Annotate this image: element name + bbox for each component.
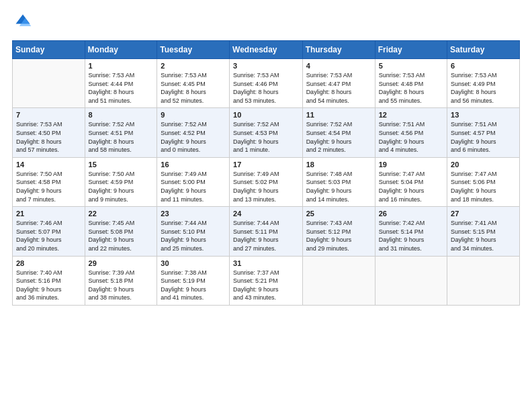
calendar-day-cell: 2Sunrise: 7:53 AMSunset: 4:45 PMDaylight… (157, 59, 230, 108)
day-info: Sunrise: 7:53 AMSunset: 4:46 PMDaylight:… (233, 71, 299, 105)
calendar-day-cell: 12Sunrise: 7:51 AMSunset: 4:56 PMDayligh… (375, 108, 447, 157)
day-number: 28 (16, 259, 81, 267)
day-number: 26 (379, 210, 443, 218)
calendar-day-cell: 9Sunrise: 7:52 AMSunset: 4:52 PMDaylight… (157, 108, 230, 157)
calendar-day-cell: 5Sunrise: 7:53 AMSunset: 4:48 PMDaylight… (375, 59, 447, 108)
day-number: 16 (161, 161, 226, 169)
weekday-header-wednesday: Wednesday (230, 41, 303, 59)
weekday-header-saturday: Saturday (447, 41, 520, 59)
day-info: Sunrise: 7:43 AMSunset: 5:12 PMDaylight:… (306, 219, 371, 253)
day-number: 31 (233, 259, 299, 267)
day-info: Sunrise: 7:53 AMSunset: 4:49 PMDaylight:… (451, 71, 516, 105)
calendar-day-cell: 10Sunrise: 7:52 AMSunset: 4:53 PMDayligh… (230, 108, 303, 157)
weekday-header-thursday: Thursday (302, 41, 375, 59)
weekday-header-sunday: Sunday (13, 41, 85, 59)
day-info: Sunrise: 7:49 AMSunset: 5:02 PMDaylight:… (233, 170, 299, 203)
day-info: Sunrise: 7:47 AMSunset: 5:04 PMDaylight:… (379, 170, 443, 203)
calendar-week-row: 1Sunrise: 7:53 AMSunset: 4:44 PMDaylight… (13, 59, 520, 108)
weekday-header-monday: Monday (85, 41, 157, 59)
day-info: Sunrise: 7:41 AMSunset: 5:15 PMDaylight:… (451, 219, 516, 253)
day-info: Sunrise: 7:50 AMSunset: 4:59 PMDaylight:… (89, 170, 154, 203)
calendar-week-row: 14Sunrise: 7:50 AMSunset: 4:58 PMDayligh… (13, 157, 520, 206)
day-number: 15 (89, 161, 154, 169)
day-info: Sunrise: 7:53 AMSunset: 4:50 PMDaylight:… (16, 120, 81, 154)
day-info: Sunrise: 7:39 AMSunset: 5:18 PMDaylight:… (89, 269, 154, 302)
day-info: Sunrise: 7:38 AMSunset: 5:19 PMDaylight:… (161, 269, 226, 302)
calendar-day-cell: 18Sunrise: 7:48 AMSunset: 5:03 PMDayligh… (302, 157, 375, 206)
calendar-header-row: SundayMondayTuesdayWednesdayThursdayFrid… (13, 41, 520, 59)
day-number: 3 (233, 62, 299, 70)
calendar-day-cell: 3Sunrise: 7:53 AMSunset: 4:46 PMDaylight… (230, 59, 303, 108)
day-info: Sunrise: 7:52 AMSunset: 4:51 PMDaylight:… (89, 120, 154, 154)
calendar-day-cell: 16Sunrise: 7:49 AMSunset: 5:00 PMDayligh… (157, 157, 230, 206)
calendar-day-cell: 11Sunrise: 7:52 AMSunset: 4:54 PMDayligh… (302, 108, 375, 157)
calendar-week-row: 28Sunrise: 7:40 AMSunset: 5:16 PMDayligh… (13, 256, 520, 305)
calendar-day-cell: 1Sunrise: 7:53 AMSunset: 4:44 PMDaylight… (85, 59, 157, 108)
header (12, 12, 520, 34)
calendar-day-cell: 14Sunrise: 7:50 AMSunset: 4:58 PMDayligh… (13, 157, 85, 206)
calendar-table: SundayMondayTuesdayWednesdayThursdayFrid… (12, 40, 520, 306)
day-info: Sunrise: 7:44 AMSunset: 5:11 PMDaylight:… (233, 219, 299, 253)
day-info: Sunrise: 7:53 AMSunset: 4:45 PMDaylight:… (161, 71, 226, 105)
calendar-day-cell: 17Sunrise: 7:49 AMSunset: 5:02 PMDayligh… (230, 157, 303, 206)
calendar-day-cell (375, 256, 447, 305)
calendar-day-cell: 7Sunrise: 7:53 AMSunset: 4:50 PMDaylight… (13, 108, 85, 157)
day-number: 6 (451, 62, 516, 70)
day-info: Sunrise: 7:52 AMSunset: 4:53 PMDaylight:… (233, 120, 299, 154)
calendar-day-cell: 21Sunrise: 7:46 AMSunset: 5:07 PMDayligh… (13, 207, 85, 256)
day-info: Sunrise: 7:51 AMSunset: 4:56 PMDaylight:… (379, 120, 443, 154)
day-number: 30 (161, 259, 226, 267)
weekday-header-friday: Friday (375, 41, 447, 59)
calendar-day-cell: 25Sunrise: 7:43 AMSunset: 5:12 PMDayligh… (302, 207, 375, 256)
day-number: 25 (306, 210, 371, 218)
day-number: 14 (16, 161, 81, 169)
calendar-day-cell: 26Sunrise: 7:42 AMSunset: 5:14 PMDayligh… (375, 207, 447, 256)
day-info: Sunrise: 7:53 AMSunset: 4:44 PMDaylight:… (89, 71, 154, 105)
day-number: 19 (379, 161, 443, 169)
calendar-day-cell: 27Sunrise: 7:41 AMSunset: 5:15 PMDayligh… (447, 207, 520, 256)
day-number: 11 (306, 111, 371, 119)
day-info: Sunrise: 7:46 AMSunset: 5:07 PMDaylight:… (16, 219, 81, 253)
logo-icon (13, 12, 32, 31)
calendar-day-cell: 15Sunrise: 7:50 AMSunset: 4:59 PMDayligh… (85, 157, 157, 206)
calendar-day-cell: 6Sunrise: 7:53 AMSunset: 4:49 PMDaylight… (447, 59, 520, 108)
day-number: 1 (89, 62, 154, 70)
weekday-header-tuesday: Tuesday (157, 41, 230, 59)
day-number: 24 (233, 210, 299, 218)
day-number: 9 (161, 111, 226, 119)
calendar-day-cell: 23Sunrise: 7:44 AMSunset: 5:10 PMDayligh… (157, 207, 230, 256)
day-number: 8 (89, 111, 154, 119)
day-number: 13 (451, 111, 516, 119)
day-info: Sunrise: 7:48 AMSunset: 5:03 PMDaylight:… (306, 170, 371, 203)
day-number: 20 (451, 161, 516, 169)
calendar-week-row: 21Sunrise: 7:46 AMSunset: 5:07 PMDayligh… (13, 207, 520, 256)
day-number: 18 (306, 161, 371, 169)
day-info: Sunrise: 7:52 AMSunset: 4:54 PMDaylight:… (306, 120, 371, 154)
calendar-day-cell: 31Sunrise: 7:37 AMSunset: 5:21 PMDayligh… (230, 256, 303, 305)
day-number: 29 (89, 259, 154, 267)
day-number: 5 (379, 62, 443, 70)
day-info: Sunrise: 7:37 AMSunset: 5:21 PMDaylight:… (233, 269, 299, 302)
calendar-day-cell: 24Sunrise: 7:44 AMSunset: 5:11 PMDayligh… (230, 207, 303, 256)
calendar-day-cell: 19Sunrise: 7:47 AMSunset: 5:04 PMDayligh… (375, 157, 447, 206)
day-number: 17 (233, 161, 299, 169)
calendar-day-cell (447, 256, 520, 305)
day-info: Sunrise: 7:49 AMSunset: 5:00 PMDaylight:… (161, 170, 226, 203)
day-info: Sunrise: 7:40 AMSunset: 5:16 PMDaylight:… (16, 269, 81, 302)
calendar-day-cell: 4Sunrise: 7:53 AMSunset: 4:47 PMDaylight… (302, 59, 375, 108)
calendar-day-cell: 8Sunrise: 7:52 AMSunset: 4:51 PMDaylight… (85, 108, 157, 157)
day-number: 2 (161, 62, 226, 70)
day-number: 23 (161, 210, 226, 218)
day-number: 4 (306, 62, 371, 70)
calendar-day-cell: 13Sunrise: 7:51 AMSunset: 4:57 PMDayligh… (447, 108, 520, 157)
calendar-week-row: 7Sunrise: 7:53 AMSunset: 4:50 PMDaylight… (13, 108, 520, 157)
day-info: Sunrise: 7:47 AMSunset: 5:06 PMDaylight:… (451, 170, 516, 203)
page: SundayMondayTuesdayWednesdayThursdayFrid… (0, 0, 532, 411)
calendar-day-cell (13, 59, 85, 108)
day-info: Sunrise: 7:45 AMSunset: 5:08 PMDaylight:… (89, 219, 154, 253)
day-info: Sunrise: 7:44 AMSunset: 5:10 PMDaylight:… (161, 219, 226, 253)
calendar-day-cell: 22Sunrise: 7:45 AMSunset: 5:08 PMDayligh… (85, 207, 157, 256)
day-number: 22 (89, 210, 154, 218)
calendar-day-cell: 30Sunrise: 7:38 AMSunset: 5:19 PMDayligh… (157, 256, 230, 305)
day-number: 12 (379, 111, 443, 119)
